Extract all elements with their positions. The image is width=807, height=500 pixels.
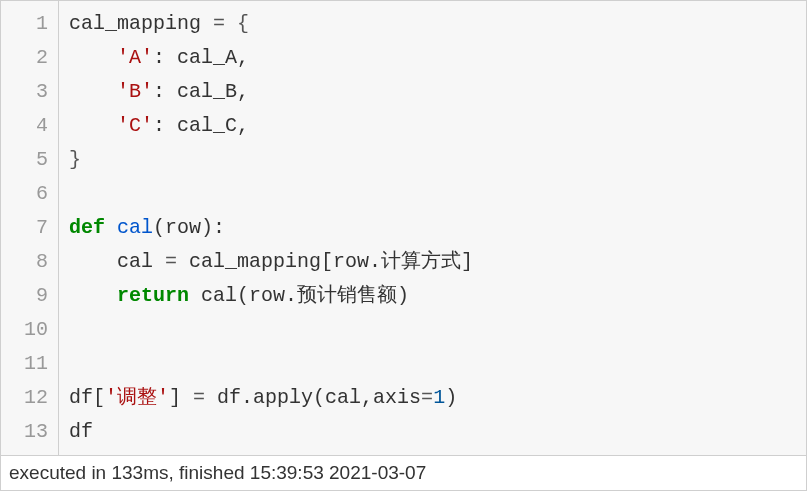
code-line: 'B': cal_B, bbox=[69, 75, 798, 109]
code-line: cal_mapping = { bbox=[69, 7, 798, 41]
line-number-gutter: 1 2 3 4 5 6 7 8 9 10 11 12 13 bbox=[1, 1, 59, 455]
line-number: 2 bbox=[5, 41, 48, 75]
line-number: 13 bbox=[5, 415, 48, 449]
code-line: 'C': cal_C, bbox=[69, 109, 798, 143]
code-line: cal = cal_mapping[row.计算方式] bbox=[69, 245, 798, 279]
line-number: 10 bbox=[5, 313, 48, 347]
code-line bbox=[69, 313, 798, 347]
line-number: 8 bbox=[5, 245, 48, 279]
line-number: 12 bbox=[5, 381, 48, 415]
code-cell: 1 2 3 4 5 6 7 8 9 10 11 12 13 cal_mappin… bbox=[0, 0, 807, 456]
code-line: 'A': cal_A, bbox=[69, 41, 798, 75]
line-number: 6 bbox=[5, 177, 48, 211]
code-line: } bbox=[69, 143, 798, 177]
line-number: 1 bbox=[5, 7, 48, 41]
line-number: 4 bbox=[5, 109, 48, 143]
code-line bbox=[69, 177, 798, 211]
code-line: df bbox=[69, 415, 798, 449]
code-line bbox=[69, 347, 798, 381]
line-number: 7 bbox=[5, 211, 48, 245]
line-number: 11 bbox=[5, 347, 48, 381]
execution-status: executed in 133ms, finished 15:39:53 202… bbox=[0, 456, 807, 491]
code-line: def cal(row): bbox=[69, 211, 798, 245]
code-editor[interactable]: cal_mapping = { 'A': cal_A, 'B': cal_B, … bbox=[59, 1, 806, 455]
code-line: df['调整'] = df.apply(cal,axis=1) bbox=[69, 381, 798, 415]
line-number: 3 bbox=[5, 75, 48, 109]
line-number: 5 bbox=[5, 143, 48, 177]
line-number: 9 bbox=[5, 279, 48, 313]
code-line: return cal(row.预计销售额) bbox=[69, 279, 798, 313]
